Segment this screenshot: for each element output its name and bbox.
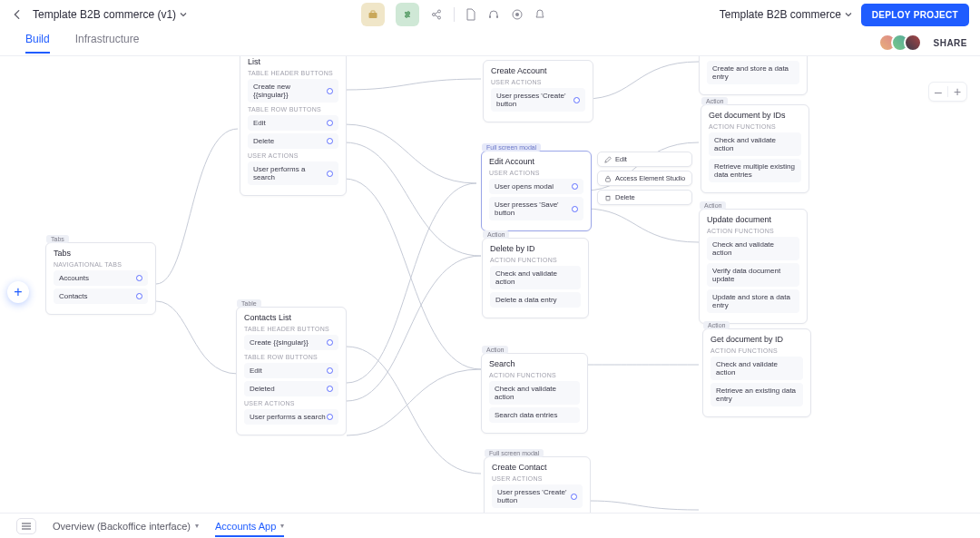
list-item[interactable]: Edit [248, 115, 338, 131]
bell-icon[interactable] [534, 8, 545, 21]
edit-button[interactable]: Edit [597, 152, 692, 167]
back-icon[interactable] [11, 8, 24, 21]
card-title: Get document by IDs [709, 111, 801, 120]
connector-dot[interactable] [136, 275, 142, 281]
section-label: USER ACTIONS [244, 400, 338, 406]
list-item[interactable]: Check and validate action [490, 266, 581, 289]
section-label: TABLE HEADER BUTTONS [244, 326, 338, 332]
connector-dot[interactable] [327, 367, 333, 374]
connector-dot[interactable] [327, 339, 333, 346]
presence-avatars[interactable] [884, 34, 922, 52]
document-icon[interactable] [466, 8, 476, 21]
section-label: ACTION FUNCTIONS [707, 228, 799, 234]
tab-build[interactable]: Build [25, 33, 50, 54]
section-label: ACTION FUNCTIONS [490, 257, 581, 263]
zoom-controls: – + [928, 82, 967, 102]
list-item[interactable]: Check and validate action [709, 132, 801, 156]
list-item[interactable]: Edit [244, 363, 338, 378]
list-item[interactable]: Retrieve multiple existing data entries [709, 159, 801, 182]
delete-button[interactable]: Delete [597, 190, 692, 205]
section-label: ACTION FUNCTIONS [710, 347, 803, 354]
briefcase-icon[interactable] [361, 3, 385, 26]
share-icon[interactable] [430, 8, 443, 21]
list-item[interactable]: User presses 'Create' button [492, 484, 583, 508]
card-update-doc[interactable]: Action Update document ACTION FUNCTIONS … [699, 209, 808, 324]
element-toolbar: Edit Access Element Studio Delete [597, 152, 692, 205]
card-list[interactable]: List TABLE HEADER BUTTONS Create new {{s… [240, 56, 347, 196]
menu-icon[interactable] [16, 518, 36, 534]
card-edit-account[interactable]: Full screen modal Edit Account USER ACTI… [481, 151, 592, 231]
secondbar-right: SHARE [884, 34, 967, 52]
section-label: USER ACTIONS [491, 79, 585, 85]
list-item[interactable]: Check and validate action [710, 357, 803, 380]
project-name-label: Template B2B commerce (v1) [33, 8, 176, 21]
list-item[interactable]: Verify data document update [707, 263, 799, 287]
list-item[interactable]: Create new {{singular}} [248, 79, 338, 103]
connector-dot[interactable] [327, 120, 333, 126]
card-create-contact[interactable]: Full screen modal Create Contact USER AC… [484, 456, 591, 513]
share-button[interactable]: SHARE [933, 38, 967, 48]
record-icon[interactable] [511, 8, 524, 21]
card-badge: Action [701, 97, 728, 105]
list-item[interactable]: User presses 'Create' button [491, 88, 585, 112]
list-item[interactable]: User performs a search [248, 161, 338, 185]
list-item[interactable]: Delete a data entry [490, 292, 581, 308]
add-element-button[interactable]: + [7, 281, 29, 303]
card-create-store[interactable]: Create and store a data entry [699, 56, 808, 95]
zoom-out-button[interactable]: – [929, 83, 947, 101]
list-item[interactable]: Check and validate action [707, 237, 799, 260]
list-item[interactable]: Deleted [244, 381, 338, 396]
list-item[interactable]: Create {{singular}} [244, 335, 338, 350]
svg-point-3 [437, 10, 440, 13]
card-title: List [248, 57, 338, 66]
list-item[interactable]: User presses 'Save' button [489, 197, 583, 220]
canvas[interactable]: List TABLE HEADER BUTTONS Create new {{s… [0, 56, 980, 513]
headset-icon[interactable] [487, 8, 500, 21]
card-title: Contacts List [244, 313, 338, 322]
card-get-doc-ids[interactable]: Action Get document by IDs ACTION FUNCTI… [701, 104, 809, 193]
svg-point-2 [432, 14, 435, 16]
card-delete-by-id[interactable]: Action Delete by ID ACTION FUNCTIONS Che… [482, 238, 589, 318]
project-name-dropdown[interactable]: Template B2B commerce (v1) [33, 8, 187, 21]
connector-dot[interactable] [327, 414, 333, 420]
list-item[interactable]: User performs a search [244, 409, 338, 425]
list-item[interactable]: Accounts [54, 270, 148, 286]
list-item[interactable]: User opens modal [489, 179, 583, 194]
list-item[interactable]: Search data entries [489, 407, 580, 423]
card-title: Search [489, 359, 580, 368]
card-get-doc-id[interactable]: Action Get document by ID ACTION FUNCTIO… [702, 328, 811, 417]
list-item[interactable]: Check and validate action [489, 381, 580, 405]
connector-dot[interactable] [327, 171, 333, 177]
connector-dot[interactable] [327, 88, 333, 94]
puzzle-icon[interactable] [396, 3, 419, 26]
topbar-left: Template B2B commerce (v1) [11, 8, 187, 21]
svg-line-6 [435, 15, 437, 17]
card-contacts-list[interactable]: Table Contacts List TABLE HEADER BUTTONS… [236, 307, 347, 435]
card-badge: Full screen modal [485, 449, 544, 457]
connector-dot[interactable] [572, 206, 578, 212]
zoom-in-button[interactable]: + [948, 83, 966, 101]
lock-icon [604, 175, 612, 182]
list-item[interactable]: Contacts [54, 289, 148, 304]
connector-dot[interactable] [327, 138, 333, 144]
tab-accounts-app[interactable]: Accounts App▾ [215, 521, 284, 537]
card-tabs[interactable]: Tabs Tabs NAVIGATIONAL TABS Accounts Con… [45, 242, 156, 315]
deploy-button[interactable]: DEPLOY PROJECT [861, 4, 969, 26]
list-item[interactable]: Update and store a data entry [707, 289, 799, 313]
card-create-account[interactable]: Create Account USER ACTIONS User presses… [483, 60, 593, 122]
connector-dot[interactable] [571, 494, 577, 500]
tab-overview[interactable]: Overview (Backoffice interface)▾ [53, 521, 199, 532]
connector-dot[interactable] [136, 293, 142, 299]
svg-rect-7 [489, 15, 491, 18]
connector-dot[interactable] [573, 97, 580, 103]
list-item[interactable]: Retrieve an existing data entry [710, 383, 803, 406]
connector-dot[interactable] [572, 183, 578, 190]
card-search[interactable]: Action Search ACTION FUNCTIONS Check and… [481, 353, 588, 434]
list-item[interactable]: Create and store a data entry [707, 61, 799, 84]
access-studio-button[interactable]: Access Element Studio [597, 171, 692, 186]
section-label: TABLE ROW BUTTONS [248, 106, 338, 112]
workspace-dropdown[interactable]: Template B2B commerce [720, 8, 852, 21]
tab-infrastructure[interactable]: Infrastructure [75, 33, 140, 54]
connector-dot[interactable] [327, 386, 333, 392]
list-item[interactable]: Delete [248, 133, 338, 149]
